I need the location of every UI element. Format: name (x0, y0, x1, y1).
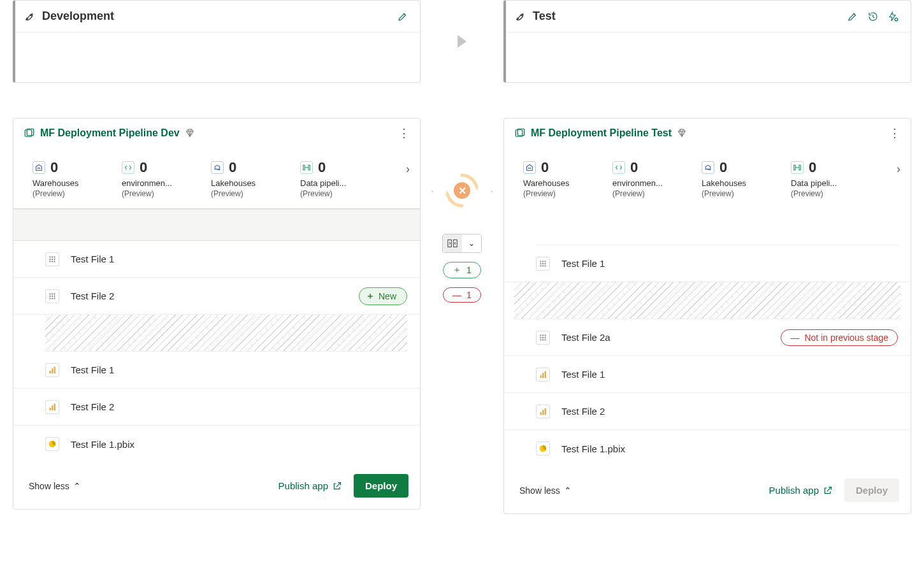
svg-point-48 (542, 262, 544, 264)
counter-label: Data pipeli... (300, 178, 370, 188)
counter-lakehouse[interactable]: 0 Lakehouses (Preview) (702, 159, 778, 198)
counter-preview: (Preview) (300, 189, 377, 198)
counter-preview: (Preview) (32, 189, 109, 198)
list-header-strip (13, 209, 420, 241)
chevron-up-icon: ⌃ (564, 485, 572, 496)
svg-rect-30 (54, 403, 55, 410)
counter-env[interactable]: 0 environmen... (Preview) (612, 159, 689, 198)
svg-point-52 (544, 265, 545, 266)
publish-app-link[interactable]: Publish app (278, 480, 342, 491)
pipeline-icon (791, 161, 804, 174)
item-name: Test File 1 (561, 369, 605, 380)
workspace-card-test: MF Deployment Pipeline Test ⋮ 0 Warehous… (503, 118, 911, 514)
counter-value: 0 (719, 159, 727, 176)
not-in-previous-badge: —Not in previous stage (781, 329, 898, 346)
svg-point-0 (30, 14, 31, 15)
dropdown-toggle[interactable]: ⌄ (462, 234, 481, 252)
list-item[interactable]: Test File 2＋New (13, 278, 420, 315)
dataset-icon (536, 331, 550, 345)
compare-view-toggle: ⌄ (442, 234, 482, 253)
svg-point-17 (52, 293, 53, 294)
chevron-right-icon[interactable]: › (897, 162, 900, 176)
item-name: Test File 1 (561, 258, 605, 269)
svg-rect-34 (448, 240, 452, 247)
svg-rect-65 (540, 412, 542, 414)
chevron-right-icon[interactable]: › (406, 162, 410, 176)
list-item[interactable]: Test File 2a—Not in previous stage (504, 319, 911, 356)
removed-count-pill[interactable]: — 1 (443, 287, 481, 303)
more-menu-icon[interactable]: ⋮ (398, 127, 410, 139)
list-item[interactable]: Test File 1 (504, 245, 911, 282)
deploy-button[interactable]: Deploy (354, 474, 408, 498)
counter-label: Data pipeli... (791, 178, 861, 188)
svg-point-55 (544, 334, 545, 336)
counter-pipeline[interactable]: 0 Data pipeli... (Preview) (300, 159, 377, 198)
list-item[interactable]: Test File 1 (504, 356, 911, 393)
env-icon (612, 161, 625, 174)
deploy-button[interactable]: Deploy (844, 478, 899, 502)
svg-point-14 (52, 261, 53, 262)
stage-card-development: Development (13, 0, 421, 83)
svg-point-51 (542, 265, 544, 266)
report-icon (45, 363, 59, 377)
svg-point-12 (54, 258, 55, 259)
dataset-icon (536, 257, 550, 271)
show-less-toggle[interactable]: Show less ⌃ (29, 481, 81, 491)
svg-point-44 (540, 261, 541, 262)
report-icon (536, 368, 550, 382)
pbix-icon (536, 441, 550, 456)
show-less-toggle[interactable]: Show less ⌃ (519, 485, 572, 496)
plus-icon: ＋ (452, 264, 461, 276)
list-item[interactable]: Test File 2 (504, 393, 911, 430)
edit-icon[interactable] (397, 11, 408, 22)
item-name: Test File 1 (71, 254, 114, 264)
history-icon[interactable] (867, 11, 879, 22)
svg-point-11 (52, 258, 53, 259)
svg-point-9 (54, 256, 55, 257)
added-count-pill[interactable]: ＋ 1 (443, 262, 481, 278)
svg-point-22 (49, 298, 50, 299)
item-name: Test File 2 (71, 291, 114, 301)
rules-icon[interactable] (888, 11, 899, 22)
list-item[interactable]: Test File 1.pbix (504, 430, 911, 467)
external-link-icon (823, 485, 833, 496)
svg-point-59 (540, 339, 541, 340)
counter-warehouse[interactable]: 0 Warehouses (Preview) (523, 159, 600, 198)
compare-indicator[interactable]: ✕ (443, 171, 481, 210)
svg-rect-29 (52, 405, 53, 410)
workspace-title[interactable]: MF Deployment Pipeline Dev (40, 127, 180, 139)
svg-rect-64 (545, 371, 546, 378)
item-name: Test File 1 (71, 364, 114, 375)
lakehouse-icon (211, 161, 224, 174)
svg-rect-40 (528, 168, 530, 169)
counter-preview: (Preview) (122, 189, 198, 198)
rocket-icon (24, 11, 36, 22)
publish-app-link[interactable]: Publish app (769, 485, 833, 496)
counter-label: environmen... (122, 178, 192, 188)
counter-env[interactable]: 0 environmen... (Preview) (122, 159, 198, 198)
more-menu-icon[interactable]: ⋮ (889, 127, 900, 139)
list-item[interactable]: Test File 1 (13, 352, 420, 389)
side-by-side-toggle[interactable] (443, 234, 462, 252)
dataset-icon (45, 252, 59, 266)
list-item[interactable]: Test File 1 (13, 241, 420, 278)
stage-title: Development (42, 10, 114, 23)
stage-arrow (458, 0, 466, 83)
pipeline-icon (300, 161, 313, 174)
svg-point-60 (542, 339, 544, 340)
svg-point-57 (542, 336, 544, 338)
svg-rect-28 (50, 407, 51, 410)
counter-warehouse[interactable]: 0 Warehouses (Preview) (32, 159, 109, 198)
counter-label: Warehouses (523, 178, 593, 188)
minus-icon: — (452, 290, 461, 300)
list-item[interactable]: Test File 1.pbix (13, 426, 420, 463)
counter-lakehouse[interactable]: 0 Lakehouses (Preview) (211, 159, 287, 198)
edit-icon[interactable] (847, 11, 858, 22)
item-name: Test File 2 (71, 401, 114, 412)
svg-point-46 (544, 261, 545, 262)
workspace-title[interactable]: MF Deployment Pipeline Test (531, 127, 672, 139)
list-item[interactable]: Test File 2 (13, 389, 420, 426)
pbix-icon (45, 437, 59, 451)
counter-pipeline[interactable]: 0 Data pipeli... (Preview) (791, 159, 867, 198)
counter-preview: (Preview) (791, 189, 867, 198)
